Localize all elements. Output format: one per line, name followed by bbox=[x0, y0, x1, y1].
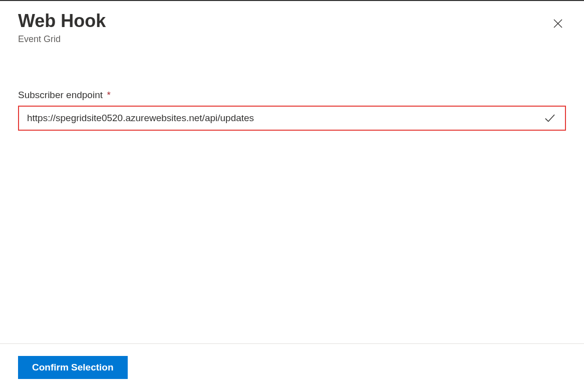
endpoint-input-wrapper bbox=[18, 106, 566, 131]
field-label-row: Subscriber endpoint * bbox=[18, 90, 566, 101]
close-button[interactable] bbox=[550, 16, 566, 32]
checkmark-icon bbox=[540, 108, 560, 128]
confirm-selection-button[interactable]: Confirm Selection bbox=[18, 356, 128, 379]
endpoint-input[interactable] bbox=[20, 108, 540, 129]
required-indicator: * bbox=[107, 90, 110, 100]
panel-content: Subscriber endpoint * bbox=[0, 45, 584, 131]
panel-header: Web Hook Event Grid bbox=[0, 1, 584, 45]
close-icon bbox=[552, 18, 564, 31]
panel-footer: Confirm Selection bbox=[0, 343, 584, 392]
page-title: Web Hook bbox=[18, 11, 566, 31]
page-subtitle: Event Grid bbox=[18, 34, 566, 45]
endpoint-label: Subscriber endpoint bbox=[18, 90, 103, 101]
